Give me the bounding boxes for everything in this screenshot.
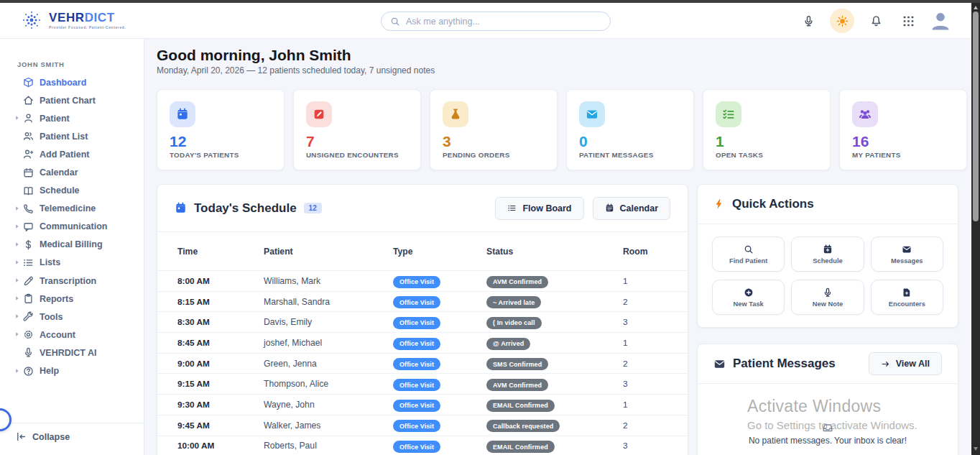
column-header-type: Type [393, 247, 486, 257]
box-icon [23, 77, 34, 88]
home-icon [23, 95, 34, 106]
apps-grid-icon[interactable] [897, 10, 919, 32]
sidebar-item-add-patient[interactable]: Add Patient [0, 145, 144, 163]
search-input[interactable] [406, 17, 601, 27]
cell-room: 1 [623, 400, 688, 410]
schedule-table-row[interactable]: 8:45 AM joshef, Michael Office Visit @ A… [157, 332, 688, 353]
sidebar-item-vehrdict-ai[interactable]: VEHRDICT AI [0, 344, 144, 362]
file-plus-icon [902, 288, 912, 298]
theme-toggle-icon [836, 15, 849, 27]
users-icon [23, 131, 34, 142]
app-logo[interactable]: VEHRDICT Provider Focused. Patient-Cente… [20, 9, 126, 32]
envelope-filled-icon [902, 244, 912, 254]
profile-avatar [930, 10, 951, 32]
phone-icon [23, 203, 34, 214]
stat-card-today-s-patients[interactable]: 12 TODAY'S PATIENTS [157, 89, 285, 170]
global-search[interactable] [381, 12, 611, 31]
quick-action-encounters[interactable]: Encounters [871, 280, 943, 315]
cell-patient: Wayne, John [264, 400, 393, 410]
sidebar-item-communication[interactable]: Communication [0, 218, 144, 236]
stat-card-my-patients[interactable]: 16 MY PATIENTS [839, 89, 967, 170]
sidebar-item-reports[interactable]: Reports [0, 290, 144, 308]
scrollbar-down-arrow[interactable] [974, 447, 978, 451]
inbox-icon [822, 422, 833, 433]
chevron-right-icon [14, 115, 20, 121]
schedule-table-row[interactable]: 8:15 AM Marshall, Sandra Office Visit ~ … [157, 291, 688, 312]
sidebar-item-patient-chart[interactable]: Patient Chart [0, 91, 144, 109]
quick-action-new-task[interactable]: New Task [712, 280, 785, 315]
page-scrollbar[interactable] [971, 3, 980, 455]
quick-action-messages[interactable]: Messages [871, 236, 943, 272]
apps-grid-icon [902, 15, 915, 27]
sidebar-item-telemedicine[interactable]: Telemedicine [0, 200, 144, 218]
stat-value: 16 [852, 134, 966, 150]
sidebar-item-account[interactable]: Account [0, 326, 144, 344]
stat-label: OPEN TASKS [716, 151, 830, 159]
empty-inbox-message: No patient messages. Your inbox is clear… [698, 436, 958, 446]
stat-value: 3 [443, 134, 557, 150]
status-pill: ~ Arrived late [486, 296, 541, 308]
scrollbar-up-arrow[interactable] [974, 6, 978, 9]
clipboard-icon [23, 293, 34, 304]
sidebar-item-transcription[interactable]: Transcription [0, 272, 144, 290]
schedule-title: Today's Schedule [194, 201, 297, 216]
view-all-button[interactable]: View All [869, 352, 942, 375]
flow-board-button[interactable]: Flow Board [495, 197, 583, 220]
profile-avatar[interactable] [930, 10, 951, 32]
logo-tagline: Provider Focused. Patient-Centered. [49, 25, 126, 29]
schedule-table-row[interactable]: 9:00 AM Green, Jenna Office Visit SMS Co… [157, 353, 688, 374]
microphone-icon [803, 15, 815, 27]
sidebar-item-help[interactable]: Help [0, 362, 144, 380]
notifications-icon[interactable] [865, 10, 887, 32]
cell-patient: Roberts, Paul [264, 441, 393, 451]
quick-actions-card: Quick Actions Find Patient Schedule Mess… [697, 184, 958, 328]
sidebar-item-calendar[interactable]: Calendar [0, 163, 144, 181]
schedule-table-row[interactable]: 9:15 AM Thompson, Alice Office Visit AVM… [157, 373, 688, 394]
calendar-button-icon [605, 203, 614, 213]
visit-type-pill: Office Visit [393, 358, 440, 370]
stat-card-unsigned-encounters[interactable]: 7 UNSIGNED ENCOUNTERS [293, 89, 421, 170]
theme-toggle-icon[interactable] [830, 9, 854, 33]
schedule-table-header: Time Patient Type Status Room [157, 232, 688, 270]
schedule-table-row[interactable]: 9:45 AM Walker, James Office Visit Callb… [157, 415, 688, 436]
stat-card-open-tasks[interactable]: 1 OPEN TASKS [703, 89, 831, 170]
schedule-calendar-icon [175, 202, 187, 214]
window-top-strip [0, 0, 980, 3]
microphone-icon[interactable] [798, 10, 819, 32]
sidebar-item-dashboard[interactable]: Dashboard [0, 73, 144, 91]
visit-type-pill: Office Visit [393, 379, 440, 391]
sidebar-item-lists[interactable]: Lists [0, 254, 144, 272]
cell-time: 8:15 AM [177, 297, 264, 307]
schedule-table-row[interactable]: 8:00 AM Williams, Mark Office Visit AVM … [157, 270, 688, 291]
visit-type-pill: Office Visit [393, 420, 440, 432]
cell-room: 3 [623, 379, 688, 389]
stat-cards-row: 12 TODAY'S PATIENTS 7 UNSIGNED ENCOUNTER… [157, 89, 967, 170]
cell-time: 9:00 AM [177, 359, 264, 369]
sidebar-item-patient-list[interactable]: Patient List [0, 127, 144, 145]
search-icon [744, 244, 754, 254]
stat-value: 0 [579, 134, 693, 150]
stat-card-patient-messages[interactable]: 0 PATIENT MESSAGES [566, 89, 694, 170]
sidebar-item-tools[interactable]: Tools [0, 308, 144, 326]
sidebar-collapse-button[interactable]: Collapse [16, 431, 70, 442]
visit-type-pill: Office Visit [393, 400, 440, 412]
flow-board-icon [507, 203, 517, 213]
patient-messages-card: Patient Messages View All No patient mes… [697, 344, 958, 455]
quick-action-find-patient[interactable]: Find Patient [712, 236, 785, 272]
visit-type-pill: Office Visit [393, 441, 440, 453]
logo-text-secondary: DICT [85, 11, 115, 24]
sidebar-item-medical-billing[interactable]: Medical Billing [0, 236, 144, 254]
sidebar-item-schedule[interactable]: Schedule [0, 182, 144, 200]
header-icon-group [798, 3, 951, 39]
scrollbar-thumb[interactable] [973, 12, 979, 221]
schedule-table-row[interactable]: 9:30 AM Wayne, John Office Visit EMAIL C… [157, 394, 688, 415]
calendar-view-button[interactable]: Calendar [593, 197, 671, 220]
visit-type-pill: Office Visit [393, 276, 440, 288]
schedule-table-row[interactable]: 8:30 AM Davis, Emily Office Visit ( In v… [157, 311, 688, 332]
quick-action-schedule[interactable]: Schedule [791, 236, 864, 272]
quick-action-new-note[interactable]: New Note [791, 280, 864, 315]
main-content: Good morning, John Smith Monday, April 2… [144, 39, 971, 455]
schedule-table-row[interactable]: 10:00 AM Roberts, Paul Office Visit EMAI… [157, 436, 688, 455]
stat-card-pending-orders[interactable]: 3 PENDING ORDERS [430, 89, 558, 170]
sidebar-item-patient[interactable]: Patient [0, 109, 144, 127]
